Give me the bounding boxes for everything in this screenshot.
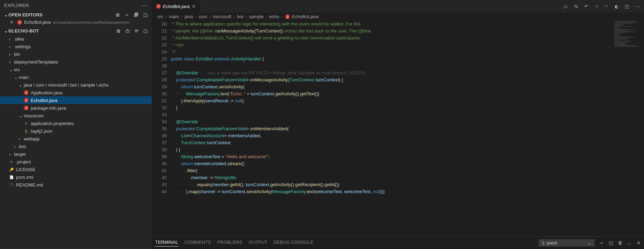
more-icon[interactable]: ⋯ [635, 4, 640, 9]
collapse-icon[interactable]: ▢ [143, 28, 148, 34]
tree-folder-main[interactable]: main [0, 73, 152, 81]
panel-tab-debug[interactable]: DEBUG CONSOLE [274, 240, 313, 247]
new-terminal-icon[interactable]: ＋ [599, 240, 604, 246]
maximize-panel-icon[interactable]: ︿ [627, 240, 632, 246]
tree-folder-idea[interactable]: .idea [0, 35, 152, 43]
minimap[interactable] [613, 21, 644, 76]
split-terminal-icon[interactable]: ◫ [609, 240, 613, 246]
tab-label: EchoBot.java [163, 4, 190, 9]
close-all-icon[interactable]: ▢ [143, 12, 148, 17]
tree-file-packageinfo[interactable]: Jpackage-info.java [0, 104, 152, 112]
chevron-down-icon [9, 67, 12, 72]
panel-tab-comments[interactable]: COMMENTS [185, 240, 211, 247]
chevron-right-icon [9, 59, 12, 65]
java-file-icon: J [24, 90, 29, 95]
license-file-icon: 🔑 [9, 167, 14, 172]
open-editor-path: src\main\java\com\microsoft\bot\sample\e… [53, 20, 130, 24]
nav-next-icon[interactable]: ⟳ [605, 4, 608, 9]
project-header[interactable]: 02.ECHO-BOT ⊞ 🗀 ⟳ ▢ [0, 27, 152, 35]
tree-folder-webapp[interactable]: webapp [0, 135, 152, 142]
compare-icon[interactable]: ⇆ [574, 4, 578, 9]
java-file-icon: J [17, 20, 22, 25]
chevron-right-icon [9, 44, 12, 49]
panel-tab-terminal[interactable]: TERMINAL [155, 240, 178, 247]
tree-folder-package[interactable]: java \ com \ microsoft \ bot \ sample \ … [0, 81, 152, 89]
tree-folder-target[interactable]: target [0, 150, 152, 158]
open-editors-header[interactable]: OPEN EDITORS ⊞ ⫟ 🗐 ▢ [0, 11, 152, 19]
tree-file-pom[interactable]: 📄pom.xml [0, 173, 152, 181]
tree-file-appprops[interactable]: application.properties [0, 119, 152, 127]
chevron-right-icon [19, 136, 22, 141]
tab-bar: J EchoBot.java ✕ ▷ ⇆ ↶ ⟲ ⟳ ◐ ◫ ⋯ [152, 0, 644, 13]
tree-folder-deployment[interactable]: deploymentTemplates [0, 58, 152, 66]
editor-actions: ▷ ⇆ ↶ ⟲ ⟳ ◐ ◫ ⋯ [564, 4, 644, 9]
open-editor-filename: EchoBot.java [24, 20, 51, 25]
tree-file-readme[interactable]: ⓘREADME.md [0, 181, 152, 189]
tree-file-project[interactable]: .project [0, 158, 152, 166]
chevron-right-icon [9, 36, 12, 42]
toggle-vertical-icon[interactable]: ⫟ [125, 12, 129, 17]
explorer-header: EXPLORER ⋯ [0, 0, 152, 11]
nav-back-icon[interactable]: ↶ [584, 4, 588, 9]
java-file-icon: J [285, 14, 290, 19]
kill-terminal-icon[interactable]: 🗑 [618, 240, 622, 246]
code-content[interactable]: * This is where application specific log… [171, 21, 644, 236]
xml-file-icon: 📄 [9, 175, 14, 180]
tree-file-license[interactable]: 🔑LICENSE [0, 166, 152, 173]
chevron-down-icon [4, 12, 7, 17]
new-folder-icon[interactable]: 🗀 [125, 28, 130, 34]
java-file-icon: J [156, 4, 161, 9]
file-icon [9, 159, 14, 164]
panel-tab-problems[interactable]: PROBLEMS [217, 240, 242, 247]
nav-prev-icon[interactable]: ⟲ [594, 4, 598, 9]
tree-file-echobot[interactable]: JEchoBot.java [0, 96, 152, 104]
tree-folder-src[interactable]: src [0, 66, 152, 73]
chevron-down-icon [19, 113, 22, 118]
close-panel-icon[interactable]: ✕ [637, 240, 641, 246]
tree-file-application[interactable]: JApplication.java [0, 89, 152, 96]
open-editors-title: OPEN EDITORS [8, 12, 43, 17]
java-file-icon: J [24, 105, 29, 110]
sidebar: EXPLORER ⋯ OPEN EDITORS ⊞ ⫟ 🗐 ▢ ✕ J Echo… [0, 0, 152, 249]
new-untitled-icon[interactable]: ⊞ [116, 12, 120, 17]
chevron-down-icon [14, 75, 17, 80]
chevron-down-icon: ⌄ [587, 240, 591, 246]
open-editor-item[interactable]: ✕ J EchoBot.java src\main\java\com\micro… [0, 19, 152, 27]
terminal-selector[interactable]: 1: pwsh ⌄ [539, 239, 594, 247]
tab-echobot[interactable]: J EchoBot.java ✕ [152, 0, 200, 13]
close-icon[interactable]: ✕ [10, 20, 14, 25]
panel-tab-output[interactable]: OUTPUT [249, 240, 267, 247]
tree-file-log4j2[interactable]: log4j2.json [0, 127, 152, 135]
run-icon[interactable]: ▷ [564, 4, 568, 9]
tree-folder-resources[interactable]: resources [0, 112, 152, 119]
info-file-icon: ⓘ [9, 182, 14, 187]
project-name: 02.ECHO-BOT [8, 28, 39, 34]
split-icon[interactable]: ◫ [625, 4, 629, 9]
explorer-more-icon[interactable]: ⋯ [141, 2, 148, 9]
save-all-icon[interactable]: 🗐 [134, 12, 138, 17]
chevron-right-icon [9, 52, 12, 57]
new-file-icon[interactable]: ⊞ [117, 28, 120, 34]
java-file-icon: J [24, 98, 29, 103]
chevron-down-icon [19, 82, 22, 88]
main: J EchoBot.java ✕ ▷ ⇆ ↶ ⟲ ⟳ ◐ ◫ ⋯ src› ma… [152, 0, 644, 249]
properties-file-icon [24, 121, 29, 126]
close-icon[interactable]: ✕ [192, 4, 196, 9]
code-editor[interactable]: 2021222324252627282930313233343536373839… [152, 21, 644, 236]
refresh-icon[interactable]: ⟳ [135, 28, 138, 34]
explorer-title: EXPLORER [4, 3, 29, 8]
chevron-right-icon [14, 144, 17, 149]
tree-folder-test[interactable]: test [0, 142, 152, 150]
file-tree: .idea .settings bin deploymentTemplates … [0, 35, 152, 249]
chevron-right-icon [9, 152, 12, 157]
open-changes-icon[interactable]: ◐ [615, 4, 619, 9]
line-gutter: 2021222324252627282930313233343536373839… [152, 21, 171, 236]
panel: TERMINAL COMMENTS PROBLEMS OUTPUT DEBUG … [152, 236, 644, 249]
tree-folder-settings[interactable]: .settings [0, 43, 152, 50]
breadcrumb[interactable]: src› main› java› com› microsoft› bot› sa… [152, 13, 644, 21]
panel-tabs: TERMINAL COMMENTS PROBLEMS OUTPUT DEBUG … [155, 240, 313, 247]
tree-folder-bin[interactable]: bin [0, 50, 152, 58]
chevron-down-icon [4, 28, 7, 34]
json-file-icon [24, 129, 29, 133]
